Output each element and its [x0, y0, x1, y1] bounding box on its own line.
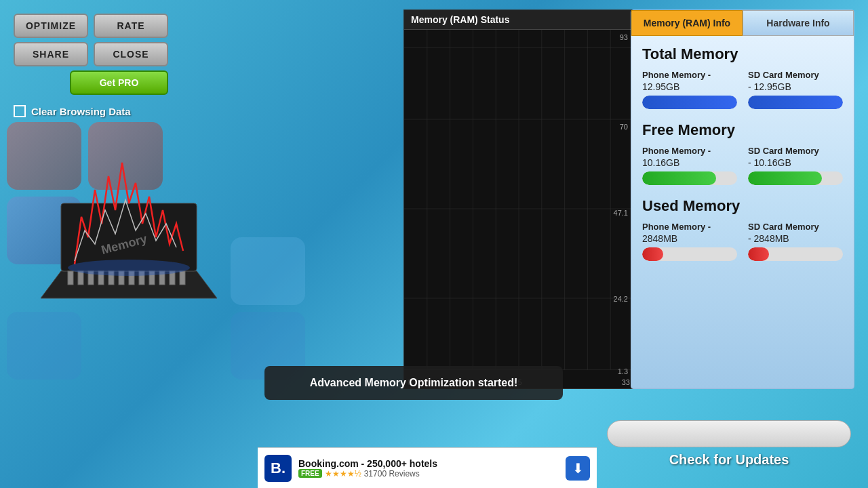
svg-rect-2: [68, 271, 73, 285]
used-phone-bar: [642, 247, 663, 261]
total-phone-col: Phone Memory - 12.95GB: [642, 70, 737, 109]
close-button[interactable]: CLOSE: [94, 42, 168, 66]
toast-notification: Advanced Memory Optimization started!: [264, 366, 563, 400]
tab-hardware-info[interactable]: Hardware Info: [743, 10, 854, 36]
chip-illustration: Memory: [20, 136, 237, 325]
ad-stars: ★★★★½: [325, 469, 361, 479]
svg-rect-13: [180, 271, 185, 285]
ad-title: Booking.com - 250,000+ hotels: [298, 458, 559, 469]
clear-browsing-checkbox[interactable]: [14, 105, 26, 117]
free-memory-section: Free Memory Phone Memory - 10.16GB SD Ca…: [642, 121, 843, 185]
free-sd-bar-container: [748, 171, 843, 185]
free-phone-bar: [642, 171, 716, 185]
used-sd-bar: [748, 247, 769, 261]
total-phone-value: 12.95GB: [642, 81, 737, 92]
free-memory-title: Free Memory: [642, 121, 843, 139]
ad-text: Booking.com - 250,000+ hotels FREE ★★★★½…: [298, 458, 559, 479]
download-icon: ⬇: [572, 460, 584, 476]
total-sd-bar: [748, 96, 843, 109]
free-phone-label: Phone Memory -: [642, 146, 737, 156]
ad-logo-text: B.: [271, 460, 285, 477]
used-sd-bar-container: [748, 247, 843, 261]
ad-logo: B.: [264, 455, 292, 482]
svg-point-15: [68, 260, 190, 276]
used-phone-value: 2848MB: [642, 233, 737, 244]
total-sd-bar-container: [748, 96, 843, 109]
used-phone-bar-container: [642, 247, 737, 261]
used-phone-col: Phone Memory - 2848MB: [642, 222, 737, 261]
svg-rect-3: [78, 271, 83, 285]
free-memory-row: Phone Memory - 10.16GB SD Card Memory - …: [642, 146, 843, 185]
rate-button[interactable]: RATE: [94, 14, 168, 38]
total-sd-col: SD Card Memory - 12.95GB: [748, 70, 843, 109]
toast-message: Advanced Memory Optimization started!: [310, 377, 518, 388]
clear-browsing-label: Clear Browsing Data: [31, 106, 131, 117]
ad-free-label: FREE: [298, 469, 322, 478]
optimize-button[interactable]: OPTIMIZE: [14, 14, 88, 38]
info-panel: Memory (RAM) Info Hardware Info Total Me…: [631, 9, 854, 389]
used-memory-row: Phone Memory - 2848MB SD Card Memory - 2…: [642, 222, 843, 261]
graph-svg: [404, 30, 633, 388]
graph-canvas: 93 70 47.1 24.2 1.3 0 16.5 33: [404, 30, 633, 388]
free-sd-col: SD Card Memory - 10.16GB: [748, 146, 843, 185]
total-phone-label: Phone Memory -: [642, 70, 737, 80]
used-sd-col: SD Card Memory - 2848MB: [748, 222, 843, 261]
ad-banner: B. Booking.com - 250,000+ hotels FREE ★★…: [258, 447, 597, 488]
total-sd-value: - 12.95GB: [748, 81, 843, 92]
total-phone-bar-container: [642, 96, 737, 109]
ad-reviews: 31700 Reviews: [364, 469, 420, 479]
tab-ram-info[interactable]: Memory (RAM) Info: [631, 10, 743, 36]
free-phone-bar-container: [642, 171, 737, 185]
toolbar-row-1: OPTIMIZE RATE: [14, 14, 168, 38]
get-pro-button[interactable]: Get PRO: [70, 70, 168, 95]
total-memory-section: Total Memory Phone Memory - 12.95GB SD C…: [642, 45, 843, 109]
free-sd-bar: [748, 171, 822, 185]
graph-title: Memory (RAM) Status: [404, 10, 633, 30]
total-sd-label: SD Card Memory: [748, 70, 843, 80]
toolbar: OPTIMIZE RATE SHARE CLOSE Get PRO: [14, 14, 168, 95]
used-phone-label: Phone Memory -: [642, 222, 737, 232]
get-pro-row: Get PRO: [14, 70, 168, 95]
clear-browsing-container: Clear Browsing Data: [14, 105, 131, 117]
free-sd-value: - 10.16GB: [748, 157, 843, 168]
check-updates-bar[interactable]: [607, 420, 851, 447]
used-memory-title: Used Memory: [642, 197, 843, 215]
info-content: Total Memory Phone Memory - 12.95GB SD C…: [631, 36, 854, 283]
used-memory-section: Used Memory Phone Memory - 2848MB SD Car…: [642, 197, 843, 261]
free-phone-col: Phone Memory - 10.16GB: [642, 146, 737, 185]
bg-square-4: [231, 237, 305, 305]
total-phone-bar: [642, 96, 737, 109]
check-updates-label[interactable]: Check for Updates: [607, 452, 851, 468]
total-memory-row: Phone Memory - 12.95GB SD Card Memory - …: [642, 70, 843, 109]
toolbar-row-2: SHARE CLOSE: [14, 42, 168, 66]
free-phone-value: 10.16GB: [642, 157, 737, 168]
ad-subtitle: FREE ★★★★½ 31700 Reviews: [298, 469, 559, 479]
info-tabs: Memory (RAM) Info Hardware Info: [631, 10, 854, 36]
share-button[interactable]: SHARE: [14, 42, 88, 66]
used-sd-label: SD Card Memory: [748, 222, 843, 232]
ad-download-button[interactable]: ⬇: [566, 456, 590, 481]
used-sd-value: - 2848MB: [748, 233, 843, 244]
total-memory-title: Total Memory: [642, 45, 843, 63]
graph-panel: Memory (RAM) Status 93 70 47.1 24.2 1.3 …: [403, 9, 634, 389]
free-sd-label: SD Card Memory: [748, 146, 843, 156]
